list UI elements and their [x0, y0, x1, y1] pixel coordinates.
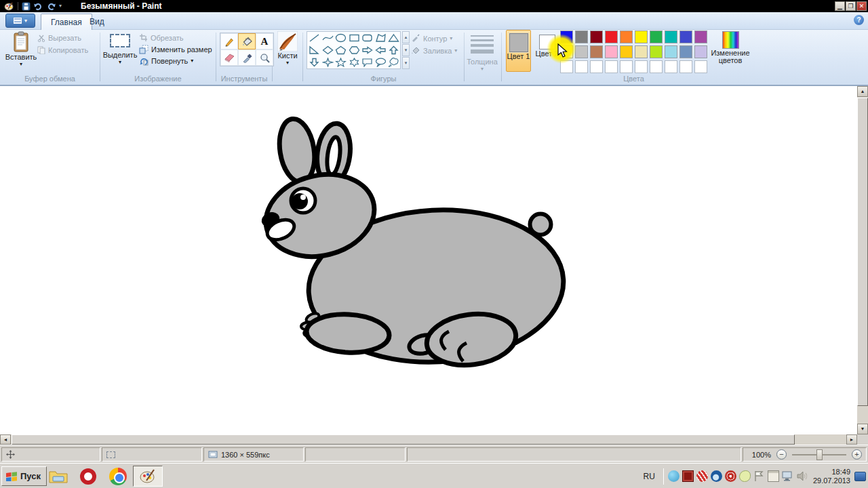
select-button[interactable]: Выделить ▾	[103, 31, 137, 65]
crop-button[interactable]: Обрезать	[139, 33, 184, 42]
tray-icon-clipboard[interactable]	[768, 470, 779, 482]
scroll-up-arrow[interactable]: ▲	[857, 86, 868, 97]
palette-swatch[interactable]	[635, 60, 648, 73]
shapes-scrollbar[interactable]: ▲ ▼ ▼	[402, 31, 410, 69]
volume-icon[interactable]	[796, 470, 808, 482]
shape-star4-icon[interactable]	[322, 58, 334, 67]
help-icon[interactable]: ?	[854, 15, 864, 25]
taskbar-opera-button[interactable]	[73, 466, 103, 487]
shape-diamond-icon[interactable]	[322, 45, 334, 55]
shape-star6-icon[interactable]	[349, 58, 360, 67]
tray-icon-green-blob[interactable]	[739, 470, 751, 482]
shape-right-triangle-icon[interactable]	[309, 45, 320, 55]
shape-callout-oval-icon[interactable]	[375, 58, 387, 67]
palette-swatch[interactable]	[679, 30, 692, 43]
palette-swatch[interactable]	[620, 30, 633, 43]
palette-swatch[interactable]	[650, 60, 663, 73]
eraser-tool[interactable]	[220, 49, 238, 66]
shape-arrow-up-icon[interactable]	[388, 45, 399, 55]
shape-polygon-icon[interactable]	[375, 33, 387, 43]
zoom-in-button[interactable]: +	[852, 449, 862, 460]
paste-button[interactable]: Вставить ▾	[5, 31, 37, 67]
language-indicator[interactable]: RU	[644, 472, 655, 481]
palette-swatch[interactable]	[650, 30, 663, 43]
pencil-tool[interactable]	[220, 33, 238, 49]
shape-rounded-rectangle-icon[interactable]	[361, 33, 373, 43]
tray-icon-monitor[interactable]	[782, 470, 793, 482]
redo-button[interactable]	[47, 2, 57, 11]
shapes-more-button[interactable]: ▼	[402, 57, 410, 69]
palette-swatch[interactable]	[620, 45, 633, 58]
palette-swatch[interactable]	[590, 45, 603, 58]
palette-swatch[interactable]	[679, 45, 692, 58]
shape-arrow-left-icon[interactable]	[375, 45, 387, 55]
zoom-slider[interactable]	[792, 454, 846, 455]
brushes-button[interactable]: Кисти ▾	[274, 31, 301, 66]
shapes-gallery[interactable]	[307, 31, 401, 69]
copy-button[interactable]: Копировать	[37, 46, 88, 54]
action-center-flag-icon[interactable]	[753, 470, 765, 482]
palette-swatch[interactable]	[650, 45, 663, 58]
text-tool[interactable]: A	[256, 33, 273, 49]
shape-callout-cloud-icon[interactable]	[388, 58, 399, 67]
shape-curve-icon[interactable]	[322, 33, 334, 43]
cut-button[interactable]: Вырезать	[37, 34, 81, 42]
taskbar-chrome-button[interactable]	[103, 466, 133, 487]
scroll-left-arrow[interactable]: ◄	[0, 434, 11, 445]
close-button[interactable]: ✕	[856, 1, 867, 11]
shape-arrow-right-icon[interactable]	[361, 45, 373, 55]
color1-button[interactable]: Цвет 1	[506, 30, 531, 72]
tray-icon-blue-app[interactable]	[668, 470, 679, 482]
resize-button[interactable]: Изменить размер	[139, 45, 212, 54]
taskbar-explorer-button[interactable]	[43, 466, 73, 487]
edit-colors-button[interactable]: Изменение цветов	[709, 31, 751, 64]
shape-arrow-down-icon[interactable]	[309, 58, 320, 67]
scroll-right-arrow[interactable]: ►	[846, 434, 857, 445]
palette-swatch[interactable]	[665, 60, 677, 73]
start-button[interactable]: Пуск	[1, 466, 47, 486]
palette-swatch[interactable]	[665, 30, 677, 43]
save-button[interactable]	[22, 2, 31, 11]
shapes-scroll-down[interactable]: ▼	[402, 44, 410, 56]
palette-swatch[interactable]	[694, 30, 707, 43]
palette-swatch[interactable]	[590, 60, 603, 73]
minimize-button[interactable]: ▁	[835, 1, 845, 11]
rotate-button[interactable]: Повернуть ▾	[139, 56, 193, 66]
color-picker-tool[interactable]	[238, 49, 256, 66]
restore-button[interactable]: ❐	[846, 1, 856, 11]
horizontal-scroll-thumb[interactable]	[12, 434, 795, 445]
shapes-scroll-up[interactable]: ▲	[402, 31, 410, 43]
zoom-slider-thumb[interactable]	[816, 449, 823, 460]
shape-triangle-icon[interactable]	[388, 33, 399, 43]
undo-button[interactable]	[33, 2, 43, 11]
fill-tool-selected[interactable]	[238, 33, 256, 49]
tray-icon-red-grid[interactable]	[682, 470, 694, 482]
shape-ellipse-icon[interactable]	[335, 33, 347, 43]
qat-dropdown[interactable]: ▾	[59, 3, 62, 9]
rabbit-drawing[interactable]	[0, 86, 857, 434]
palette-swatch[interactable]	[694, 60, 707, 73]
canvas-area[interactable]: ▲ ▼ ◄ ►	[0, 86, 868, 445]
shape-pentagon-icon[interactable]	[335, 45, 347, 55]
vertical-scroll-thumb[interactable]	[857, 98, 868, 406]
palette-swatch[interactable]	[694, 45, 707, 58]
shape-fill-button[interactable]: Заливка ▾	[411, 46, 457, 55]
taskbar-paint-button[interactable]	[133, 466, 163, 487]
palette-swatch[interactable]	[679, 60, 692, 73]
shape-callout-rounded-icon[interactable]	[361, 58, 373, 67]
outline-button[interactable]: Контур ▾	[411, 34, 452, 43]
shape-hexagon-icon[interactable]	[349, 45, 360, 55]
horizontal-scrollbar[interactable]: ◄ ►	[0, 434, 857, 445]
shape-star5-icon[interactable]	[335, 58, 347, 67]
palette-swatch[interactable]	[605, 30, 618, 43]
magnifier-tool[interactable]	[256, 49, 273, 66]
tray-icon-blue-ball[interactable]	[711, 470, 722, 482]
palette-swatch[interactable]	[665, 45, 677, 58]
shape-rectangle-icon[interactable]	[349, 33, 360, 43]
scroll-down-arrow[interactable]: ▼	[857, 424, 868, 434]
palette-swatch[interactable]	[605, 60, 618, 73]
tab-view[interactable]: Вид	[80, 14, 114, 30]
palette-swatch[interactable]	[635, 30, 648, 43]
palette-swatch[interactable]	[590, 30, 603, 43]
palette-swatch[interactable]	[605, 45, 618, 58]
